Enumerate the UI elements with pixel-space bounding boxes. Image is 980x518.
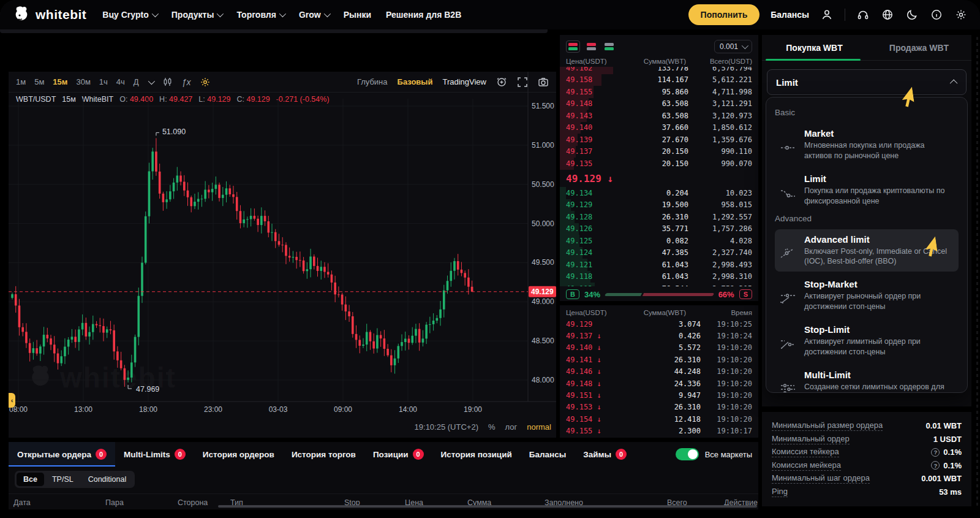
help-icon[interactable]: ? — [931, 461, 940, 470]
info-label[interactable]: Комиссия мейкера — [772, 460, 841, 471]
info-value: 1 USDT — [933, 435, 962, 444]
info-label[interactable]: Минимальный ордер — [772, 434, 850, 444]
sell-percent: 66% — [718, 290, 734, 299]
bid-row[interactable]: 49.12447.3852,327.740 — [560, 247, 758, 259]
count-badge: 0 — [413, 449, 424, 460]
limit-order-icon — [780, 173, 798, 207]
help-icon[interactable]: ? — [931, 448, 940, 457]
trade-row[interactable]: 49.148 ↓24.33619:10:20 — [560, 378, 758, 389]
menu-item-продукты[interactable]: Продукты — [172, 10, 222, 20]
trading-app: whitebit Buy CryptoПродуктыТорговляGrowР… — [0, 0, 980, 518]
order-type-title: Stop-Limit — [804, 324, 954, 335]
trades-columns: Цена(USDT)Сумма(WBT)Время — [560, 305, 758, 318]
order-side-tabs: Покупка WBTПродажа WBT — [762, 35, 971, 61]
precision-select[interactable]: 0.001 — [714, 40, 752, 53]
order-type-option-market[interactable]: MarketМгновенная покупка или продажа акт… — [775, 123, 959, 166]
horizontal-scrollbar[interactable] — [218, 505, 757, 508]
bottom-tab-балансы[interactable]: Балансы — [521, 442, 575, 467]
filter-chip--[interactable]: Все — [17, 473, 44, 486]
user-icon[interactable] — [820, 8, 834, 21]
bid-row[interactable]: 49.12635.7711,757.286 — [560, 223, 758, 235]
info-label[interactable]: Ping — [772, 487, 788, 497]
book-mode-bids-icon[interactable] — [603, 41, 616, 52]
whitebit-logo-icon — [12, 6, 31, 24]
headset-icon[interactable] — [856, 8, 870, 21]
order-type-option-stop-market[interactable]: Stop-MarketАктивирует рыночный ордер при… — [775, 274, 959, 317]
order-type-option-limit[interactable]: LimitПокупка или продажа криптовалюты по… — [775, 169, 959, 211]
bottom-tab-история-ордеров[interactable]: История ордеров — [194, 442, 283, 467]
bottom-tab-займы[interactable]: Займы0 — [575, 442, 635, 467]
order-type-option-multi-limit[interactable]: Multi-LimitСоздание сетки лимитных ордер… — [775, 365, 959, 393]
normal-scale-button[interactable]: normal — [527, 422, 551, 432]
order-side-tab-0[interactable]: Покупка WBT — [762, 35, 867, 60]
trade-row[interactable]: 49.1293.07419:10:25 — [560, 318, 758, 330]
log-scale-button[interactable]: лог — [505, 422, 518, 432]
all-markets-toggle[interactable] — [676, 448, 699, 460]
info-label[interactable]: Минимальный размер ордера — [772, 421, 883, 431]
trade-row[interactable]: 49.141 ↓26.31019:10:20 — [560, 354, 758, 365]
bid-row[interactable]: 49.1250.0824.028 — [560, 235, 758, 247]
book-mode-both-icon[interactable] — [566, 40, 580, 53]
order-type-select[interactable]: Limit — [767, 69, 967, 95]
bid-row[interactable]: 49.12161.0432,998.493 — [560, 259, 758, 271]
nav-divider — [845, 9, 845, 21]
filter-chip-conditional[interactable]: Conditional — [81, 473, 134, 486]
bid-row[interactable]: 49.1340.20410.023 — [560, 187, 758, 199]
info-label[interactable]: Комиссия тейкера — [772, 447, 839, 457]
bottom-tab-история-позиций[interactable]: История позиций — [432, 442, 521, 467]
balances-link[interactable]: Балансы — [771, 10, 809, 20]
filter-chip-tp-sl[interactable]: TP/SL — [45, 473, 80, 486]
bottom-tab-история-торгов[interactable]: История торгов — [283, 442, 364, 467]
trade-row[interactable]: 49.151 ↓9.94719:10:20 — [560, 389, 758, 401]
info-icon[interactable] — [930, 8, 943, 21]
trade-row[interactable]: 49.154 ↓12.41819:10:20 — [560, 413, 758, 425]
globe-icon[interactable] — [881, 8, 894, 21]
table-column-0: Дата — [13, 498, 31, 507]
trade-row[interactable]: 49.155 ↓2.30019:10:17 — [560, 425, 758, 437]
trade-row[interactable]: 49.146 ↓44.24819:10:20 — [560, 366, 758, 378]
navbar-right: Пополнить Балансы — [688, 4, 968, 25]
book-mode-asks-icon[interactable] — [585, 41, 598, 52]
trade-row[interactable]: 49.137 ↓0.42619:10:24 — [560, 330, 758, 341]
mid-price[interactable]: 49.129 ↓ — [560, 170, 758, 187]
page-scrollbar[interactable] — [976, 37, 978, 506]
svg-text:03-03: 03-03 — [269, 405, 288, 414]
ask-row[interactable]: 49.13927.6701,359.676 — [560, 134, 758, 146]
gear-icon[interactable] — [954, 8, 968, 21]
ask-row[interactable]: 49.15595.8604,711.998 — [560, 86, 758, 98]
candlestick-chart[interactable]: 51.09047.96949.12951.50051.00050.50050.0… — [9, 72, 556, 438]
count-badge: 0 — [175, 449, 186, 460]
bid-row[interactable]: 49.11861.0432,998.310 — [560, 271, 758, 283]
svg-text:14:00: 14:00 — [399, 405, 417, 414]
order-type-option-stop-limit[interactable]: Stop-LimitАктивирует лимитный ордер при … — [775, 319, 959, 362]
trade-row[interactable]: 49.140 ↓5.57219:10:20 — [560, 342, 758, 354]
bottom-tab-позиции[interactable]: Позиции0 — [364, 442, 432, 467]
order-type-dropdown: BasicMarketМгновенная покупка или продаж… — [766, 97, 968, 393]
ask-row[interactable]: 49.13520.150990.070 — [560, 158, 758, 170]
bid-row[interactable]: 49.11376.5443,759.305 — [560, 283, 758, 286]
bid-row[interactable]: 49.12919.500958.015 — [560, 199, 758, 211]
info-label[interactable]: Минимальный шаг ордера — [772, 473, 870, 484]
price-down-arrow-icon: ↓ — [607, 173, 613, 185]
whitebit-logo[interactable]: whitebit — [12, 6, 86, 24]
bottom-tab-открытые-ордера[interactable]: Открытые ордера0 — [9, 442, 115, 467]
chart-collapse-handle[interactable]: ‹ — [9, 393, 15, 408]
menu-item-grow[interactable]: Grow — [299, 10, 329, 20]
order-side-tab-1[interactable]: Продажа WBT — [867, 35, 971, 60]
ask-row[interactable]: 49.162133.7786,576.794 — [560, 67, 758, 74]
ask-row[interactable]: 49.158114.1675,612.221 — [560, 74, 758, 86]
percent-scale-button[interactable]: % — [488, 422, 496, 432]
trade-row[interactable]: 49.153 ↓26.31019:10:20 — [560, 402, 758, 413]
bid-row[interactable]: 49.12826.3101,292.557 — [560, 211, 758, 223]
deposit-button[interactable]: Пополнить — [688, 4, 760, 25]
menu-item-торговля[interactable]: Торговля — [236, 10, 284, 20]
ask-row[interactable]: 49.14037.6601,850.612 — [560, 122, 758, 134]
ask-row[interactable]: 49.14363.5083,120.973 — [560, 110, 758, 122]
ask-row[interactable]: 49.14863.5083,121.291 — [560, 98, 758, 110]
ask-row[interactable]: 49.13720.150990.110 — [560, 146, 758, 158]
menu-item-рынки[interactable]: Рынки — [344, 10, 371, 20]
order-type-description: Активирует рыночный ордер при достижении… — [804, 291, 954, 312]
bottom-tab-multi-limits[interactable]: Multi-Limits0 — [115, 442, 194, 467]
moon-icon[interactable] — [905, 8, 919, 21]
menu-item-решения-для-b2b[interactable]: Решения для B2B — [386, 10, 461, 20]
